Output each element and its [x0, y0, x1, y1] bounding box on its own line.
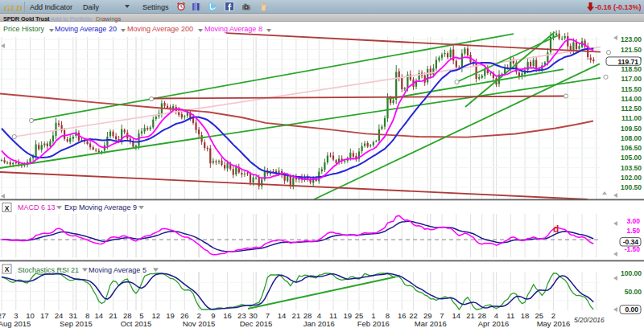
svg-text:Apr 2016: Apr 2016 [478, 319, 510, 328]
svg-text:MACD 6 13: MACD 6 13 [18, 203, 56, 211]
svg-text:Feb 2016: Feb 2016 [357, 319, 390, 328]
svg-text:12: 12 [152, 311, 161, 320]
svg-text:109.50: 109.50 [621, 125, 642, 133]
svg-text:Mar 2016: Mar 2016 [415, 319, 447, 328]
svg-text:111.00: 111.00 [621, 114, 642, 122]
svg-text:50.00: 50.00 [625, 288, 642, 296]
svg-text:19: 19 [344, 311, 353, 320]
svg-text:121.50: 121.50 [621, 46, 642, 54]
svg-text:Nov 2015: Nov 2015 [183, 319, 216, 328]
svg-text:d: d [553, 223, 559, 235]
svg-text:21: 21 [466, 311, 475, 320]
svg-text:100.00: 100.00 [621, 269, 642, 277]
svg-text:0.00: 0.00 [625, 305, 638, 314]
svg-text:19: 19 [166, 311, 175, 320]
svg-text:Exp Moving Average 9: Exp Moving Average 9 [64, 203, 137, 211]
svg-text:Aug 2015: Aug 2015 [0, 319, 31, 328]
svg-text:-0.34: -0.34 [623, 238, 639, 246]
svg-text:X: X [5, 204, 10, 212]
svg-text:14: 14 [278, 311, 287, 320]
svg-text:100.50: 100.50 [621, 183, 642, 191]
svg-text:103.50: 103.50 [621, 164, 642, 172]
svg-text:102.00: 102.00 [621, 174, 642, 182]
svg-text:119.71: 119.71 [617, 58, 638, 66]
svg-text:1.50: 1.50 [626, 227, 640, 235]
svg-text:105.00: 105.00 [621, 154, 642, 162]
svg-text:108.00: 108.00 [621, 134, 642, 142]
svg-text:118.50: 118.50 [621, 65, 642, 73]
svg-text:106.50: 106.50 [621, 144, 642, 152]
svg-text:16: 16 [398, 311, 407, 320]
svg-text:14: 14 [452, 311, 461, 320]
svg-text:16: 16 [223, 311, 232, 320]
svg-text:5/20/2016: 5/20/2016 [574, 316, 605, 324]
svg-text:115.50: 115.50 [621, 85, 642, 93]
svg-text:123.00: 123.00 [621, 35, 642, 43]
svg-text:Jan 2016: Jan 2016 [303, 319, 335, 328]
svg-text:18: 18 [521, 311, 530, 320]
svg-text:117.00: 117.00 [621, 75, 642, 83]
svg-text:Dec 2015: Dec 2015 [240, 319, 273, 328]
svg-text:May 2016: May 2016 [537, 319, 571, 328]
svg-text:21: 21 [109, 311, 118, 320]
svg-text:21: 21 [292, 311, 301, 320]
svg-text:114.00: 114.00 [621, 95, 642, 103]
svg-text:Sep 2015: Sep 2015 [60, 319, 93, 328]
svg-text:Oct 2015: Oct 2015 [121, 319, 152, 328]
svg-text:3.00: 3.00 [626, 217, 640, 225]
svg-text:X: X [5, 265, 10, 273]
svg-text:17: 17 [40, 311, 49, 320]
svg-text:14: 14 [95, 311, 104, 320]
svg-text:112.50: 112.50 [621, 105, 642, 113]
svg-text:Stochastics RSI 21: Stochastics RSI 21 [18, 266, 79, 274]
svg-text:Moving Average 5: Moving Average 5 [89, 266, 147, 274]
